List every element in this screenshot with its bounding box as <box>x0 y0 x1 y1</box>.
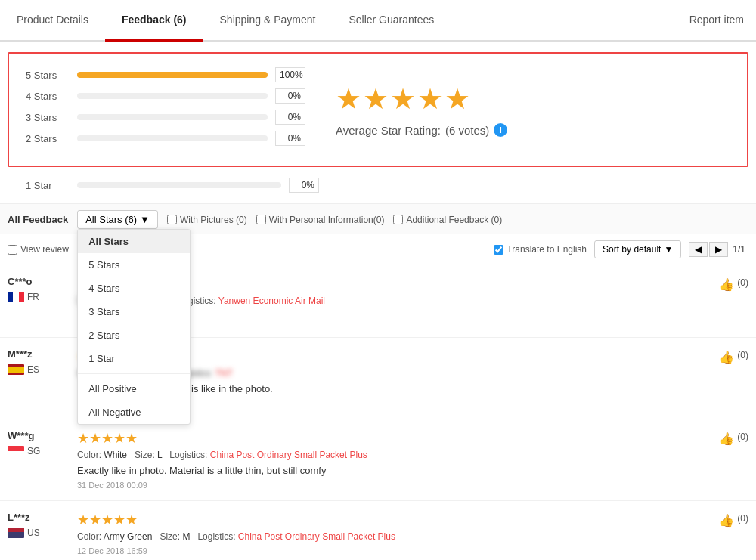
pager-next-btn[interactable]: ▶ <box>709 242 728 257</box>
additional-checkbox-label[interactable]: Additional Feedback (0) <box>393 215 502 225</box>
tab-shipping[interactable]: Shipping & Payment <box>203 0 333 42</box>
meta-logistics-val-3: China Post Ordinary Small Packet Plus <box>210 450 367 460</box>
bar-pct-1: 0% <box>289 178 319 193</box>
sort-chevron-icon: ▼ <box>664 244 673 255</box>
info-icon[interactable]: i <box>494 123 507 137</box>
translate-checkbox-label[interactable]: Translate to English <box>494 244 587 255</box>
with-pictures-text: With Pictures (0) <box>180 215 247 225</box>
reviewer-flag-1: FR <box>8 292 68 302</box>
country-code-2: ES <box>27 364 39 375</box>
review-stars-3: ★★★★★ <box>77 430 702 447</box>
dropdown-item-all-positive[interactable]: All Positive <box>78 377 190 401</box>
with-pictures-checkbox-label[interactable]: With Pictures (0) <box>167 215 247 225</box>
view-review-checkbox[interactable] <box>8 245 17 255</box>
bar-row-1: 1 Star 0% <box>26 178 738 193</box>
review-text-3: Exactly like in photo. Material is a lit… <box>77 465 702 476</box>
like-count-3: (0) <box>737 432 748 442</box>
dropdown-item-1star[interactable]: 1 Star <box>78 347 190 370</box>
translate-checkbox[interactable] <box>494 245 503 255</box>
review-item-4: L***z US ★★★★★ Color: Army Green Size: M… <box>0 501 756 560</box>
thumbs-up-icon-2: 👍 <box>719 350 734 364</box>
reviewer-info-1: C***o FR <box>8 276 68 326</box>
reviewer-flag-4: US <box>8 528 68 538</box>
feedback-controls-bar: All Feedback All Stars (6) ▼ All Stars 5… <box>0 203 756 234</box>
dropdown-item-2stars[interactable]: 2 Stars <box>78 323 190 347</box>
meta-logistics-label-3: Logistics: <box>169 450 207 460</box>
thumbs-up-icon-1: 👍 <box>719 277 734 292</box>
stars-dropdown-btn[interactable]: All Stars (6) ▼ <box>77 210 158 229</box>
bar-label-4: 4 Stars <box>26 91 70 102</box>
review-content-4: ★★★★★ Color: Army Green Size: M Logistic… <box>77 512 702 555</box>
pager-prev-btn[interactable]: ◀ <box>689 242 708 257</box>
dropdown-item-4stars[interactable]: 4 Stars <box>78 277 190 300</box>
country-code-4: US <box>27 528 40 538</box>
with-personal-checkbox-label[interactable]: With Personal Information(0) <box>256 215 385 225</box>
reviewer-flag-3: SG <box>8 446 68 456</box>
stars-display: ★★★★★ <box>336 82 507 116</box>
review-like-4[interactable]: 👍 (0) <box>711 512 748 555</box>
dropdown-item-all-negative[interactable]: All Negative <box>78 401 190 424</box>
bar-track-5 <box>77 72 268 78</box>
sort-label: Sort by default <box>603 244 661 255</box>
flag-icon-fr <box>8 292 24 302</box>
meta-logistics-val-4: China Post Ordinary Small Packet Plus <box>238 531 395 542</box>
dropdown-item-3stars[interactable]: 3 Stars <box>78 300 190 323</box>
dropdown-item-all-stars[interactable]: All Stars <box>78 230 190 253</box>
stars-dropdown-wrapper: All Stars (6) ▼ All Stars 5 Stars 4 Star… <box>77 210 158 229</box>
reviewer-info-3: W***g SG <box>8 430 68 490</box>
reviewer-flag-2: ES <box>8 364 68 375</box>
chevron-down-icon: ▼ <box>140 214 150 225</box>
stars-dropdown-menu: All Stars 5 Stars 4 Stars 3 Stars 2 Star… <box>77 229 191 425</box>
reviewer-name-2: M***z <box>8 348 68 360</box>
flag-icon-es <box>8 364 24 375</box>
with-pictures-checkbox[interactable] <box>167 215 177 224</box>
tab-product-details[interactable]: Product Details <box>0 0 105 42</box>
tab-feedback[interactable]: Feedback (6) <box>105 0 203 42</box>
review-like-1[interactable]: 👍 (0) <box>711 276 748 326</box>
reviewer-info-2: M***z ES <box>8 348 68 408</box>
with-personal-checkbox[interactable] <box>256 215 266 224</box>
bar-fill-5 <box>77 72 268 78</box>
reviewer-name-3: W***g <box>8 430 68 441</box>
reviewer-info-4: L***z US <box>8 512 68 555</box>
dropdown-divider <box>78 373 190 374</box>
bar-pct-4: 0% <box>275 88 305 104</box>
avg-label: Average Star Rating: (6 votes) i <box>336 123 507 137</box>
pager-text: 1/1 <box>730 244 748 255</box>
bar-row-4: 4 Stars 0% <box>26 88 305 104</box>
review-stars-4: ★★★★★ <box>77 512 702 528</box>
bar-row-5: 5 Stars 100% <box>26 67 305 82</box>
flag-icon-us <box>8 528 24 538</box>
meta-logistics-label-4: Logistics: <box>197 531 235 542</box>
bar-pct-3: 0% <box>275 110 305 125</box>
review-date-3: 31 Dec 2018 00:09 <box>77 481 702 490</box>
rating-summary: ★★★★★ Average Star Rating: (6 votes) i <box>328 67 507 152</box>
review-content-3: ★★★★★ Color: White Size: L Logistics: Ch… <box>77 430 702 490</box>
bar-label-5: 5 Stars <box>26 70 70 81</box>
tab-bar: Product Details Feedback (6) Shipping & … <box>0 0 756 42</box>
bar-track-4 <box>77 93 268 99</box>
avg-label-text: Average Star Rating: <box>336 124 441 137</box>
bar-pct-2: 0% <box>275 131 305 146</box>
sort-by-btn[interactable]: Sort by default ▼ <box>594 240 681 258</box>
like-count-1: (0) <box>737 277 748 288</box>
meta-size-label-3: Size: <box>135 450 155 460</box>
review-item-3: W***g SG ★★★★★ Color: White Size: L Logi… <box>0 419 756 501</box>
bar-track-3 <box>77 114 268 120</box>
flag-icon-sg <box>8 446 24 456</box>
additional-checkbox[interactable] <box>393 215 403 224</box>
report-item-btn[interactable]: Report item <box>677 0 756 40</box>
country-code-3: SG <box>27 446 40 456</box>
bar-row-3: 3 Stars 0% <box>26 110 305 125</box>
bar-row-2: 2 Stars 0% <box>26 131 305 146</box>
review-like-3[interactable]: 👍 (0) <box>711 430 748 490</box>
bar-track-1 <box>77 182 281 188</box>
thumbs-up-icon-4: 👍 <box>719 513 734 528</box>
pager: ◀ ▶ 1/1 <box>689 242 748 257</box>
bar-pct-5: 100% <box>275 67 305 82</box>
bar-label-2: 2 Stars <box>26 133 70 144</box>
tab-seller[interactable]: Seller Guarantees <box>332 0 451 42</box>
review-like-2[interactable]: 👍 (0) <box>711 348 748 408</box>
dropdown-item-5stars[interactable]: 5 Stars <box>78 253 190 277</box>
view-review-label[interactable]: View review <box>8 244 69 255</box>
